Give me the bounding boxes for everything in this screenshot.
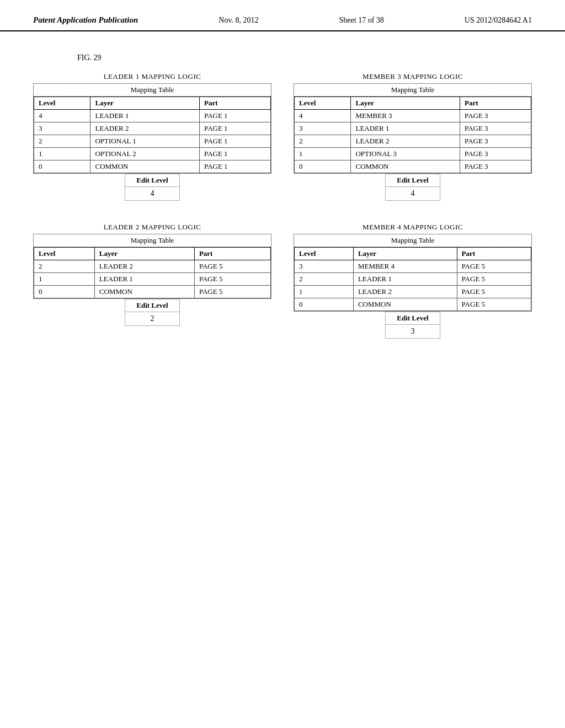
header-publication: Patent Application Publication [33, 15, 138, 25]
table-cell: 3 [34, 122, 90, 135]
table-cell: PAGE 3 [460, 122, 531, 135]
table-cell: LEADER 2 [351, 135, 460, 148]
page-content: FIG. 29 LEADER 1 MAPPING LOGIC Mapping T… [0, 37, 565, 383]
leader2-block: LEADER 2 MAPPING LOGIC Mapping Table Lev… [33, 223, 271, 339]
member3-edit-level-label: Edit Level [386, 174, 440, 187]
member3-block: MEMBER 3 MAPPING LOGIC Mapping Table Lev… [294, 72, 532, 201]
leader1-edit-level-box: Edit Level 4 [125, 174, 180, 201]
member4-table-outer: Mapping Table Level Layer Part 3MEMBER 4… [294, 234, 532, 312]
leader1-table-outer: Mapping Table Level Layer Part 4LEADER 1… [33, 83, 271, 174]
table-cell: PAGE 5 [194, 260, 270, 273]
table-cell: PAGE 3 [460, 135, 531, 148]
table-row: 3MEMBER 4PAGE 5 [295, 260, 531, 273]
table-cell: 0 [295, 298, 354, 311]
table-cell: PAGE 5 [457, 298, 531, 311]
leader1-title: LEADER 1 MAPPING LOGIC [33, 72, 271, 81]
table-cell: 2 [295, 273, 354, 286]
table-cell: 3 [295, 260, 354, 273]
table-cell: 0 [295, 160, 351, 173]
table-row: 0COMMONPAGE 5 [34, 286, 271, 298]
table-row: 2LEADER 2PAGE 3 [295, 135, 531, 148]
table-row: 0COMMONPAGE 5 [295, 298, 531, 311]
member3-col-level: Level [295, 97, 351, 110]
member3-col-layer: Layer [351, 97, 460, 110]
table-cell: COMMON [351, 160, 460, 173]
table-cell: LEADER 1 [94, 273, 194, 286]
member3-title: MEMBER 3 MAPPING LOGIC [294, 72, 532, 81]
leader1-col-layer: Layer [90, 97, 200, 110]
table-cell: PAGE 5 [457, 273, 531, 286]
table-row: 1OPTIONAL 3PAGE 3 [295, 148, 531, 160]
table-cell: LEADER 1 [351, 122, 460, 135]
member3-edit-level-box: Edit Level 4 [385, 174, 440, 201]
leader2-edit-level-value: 2 [125, 312, 179, 325]
table-cell: PAGE 3 [460, 110, 531, 122]
table-cell: 1 [34, 273, 95, 286]
leader2-edit-level-box: Edit Level 2 [125, 299, 180, 326]
table-cell: LEADER 2 [353, 286, 457, 298]
leader1-edit-level-label: Edit Level [125, 174, 179, 187]
table-cell: PAGE 1 [200, 110, 271, 122]
header-date: Nov. 8, 2012 [218, 16, 258, 25]
leader2-title: LEADER 2 MAPPING LOGIC [33, 223, 271, 232]
table-cell: PAGE 5 [194, 286, 270, 298]
table-cell: 1 [295, 286, 354, 298]
member4-table: Level Layer Part 3MEMBER 4PAGE 52LEADER … [294, 247, 531, 311]
table-cell: MEMBER 3 [351, 110, 460, 122]
member4-edit-level-box: Edit Level 3 [385, 312, 440, 339]
table-row: 0COMMONPAGE 3 [295, 160, 531, 173]
table-row: 4MEMBER 3PAGE 3 [295, 110, 531, 122]
table-cell: OPTIONAL 2 [90, 148, 200, 160]
leader1-col-level: Level [34, 97, 90, 110]
leader1-table: Level Layer Part 4LEADER 1PAGE 13LEADER … [34, 97, 271, 173]
table-cell: 4 [34, 110, 90, 122]
table-cell: 4 [295, 110, 351, 122]
leader1-block: LEADER 1 MAPPING LOGIC Mapping Table Lev… [33, 72, 271, 201]
member4-title: MEMBER 4 MAPPING LOGIC [294, 223, 532, 232]
table-cell: 0 [34, 160, 90, 173]
page-header: Patent Application Publication Nov. 8, 2… [0, 0, 565, 31]
member4-col-part: Part [457, 248, 531, 260]
member3-table-outer: Mapping Table Level Layer Part 4MEMBER 3… [294, 83, 532, 174]
table-cell: OPTIONAL 1 [90, 135, 200, 148]
member4-block: MEMBER 4 MAPPING LOGIC Mapping Table Lev… [294, 223, 532, 339]
table-row: 3LEADER 2PAGE 1 [34, 122, 271, 135]
table-cell: PAGE 3 [460, 148, 531, 160]
table-cell: OPTIONAL 3 [351, 148, 460, 160]
table-cell: PAGE 5 [457, 286, 531, 298]
leader2-col-level: Level [34, 248, 95, 260]
member3-table-header: Mapping Table [294, 84, 531, 97]
table-cell: 2 [34, 135, 90, 148]
member4-edit-level-label: Edit Level [386, 312, 440, 325]
leader2-col-part: Part [194, 248, 270, 260]
table-row: 2OPTIONAL 1PAGE 1 [34, 135, 271, 148]
table-cell: PAGE 3 [460, 160, 531, 173]
table-row: 1OPTIONAL 2PAGE 1 [34, 148, 271, 160]
table-cell: LEADER 2 [94, 260, 194, 273]
leader2-table-header: Mapping Table [34, 234, 271, 247]
table-cell: LEADER 1 [90, 110, 200, 122]
table-row: 1LEADER 1PAGE 5 [34, 273, 271, 286]
table-row: 4LEADER 1PAGE 1 [34, 110, 271, 122]
table-cell: 0 [34, 286, 95, 298]
table-cell: 2 [295, 135, 351, 148]
table-cell: PAGE 1 [200, 135, 271, 148]
member4-edit-level-value: 3 [386, 325, 440, 338]
table-cell: PAGE 1 [200, 148, 271, 160]
table-cell: PAGE 5 [194, 273, 270, 286]
leader2-table-outer: Mapping Table Level Layer Part 2LEADER 2… [33, 234, 271, 299]
table-cell: LEADER 1 [353, 273, 457, 286]
table-cell: PAGE 1 [200, 160, 271, 173]
member3-col-part: Part [460, 97, 531, 110]
bottom-diagrams-row: LEADER 2 MAPPING LOGIC Mapping Table Lev… [33, 223, 532, 339]
table-row: 3LEADER 1PAGE 3 [295, 122, 531, 135]
table-row: 2LEADER 2PAGE 5 [34, 260, 271, 273]
member3-edit-level-value: 4 [386, 187, 440, 200]
leader1-table-header: Mapping Table [34, 84, 271, 97]
member4-table-header: Mapping Table [294, 234, 531, 247]
table-row: 2LEADER 1PAGE 5 [295, 273, 531, 286]
table-cell: MEMBER 4 [353, 260, 457, 273]
table-cell: 1 [295, 148, 351, 160]
header-sheet: Sheet 17 of 38 [339, 16, 384, 25]
table-cell: LEADER 2 [90, 122, 200, 135]
